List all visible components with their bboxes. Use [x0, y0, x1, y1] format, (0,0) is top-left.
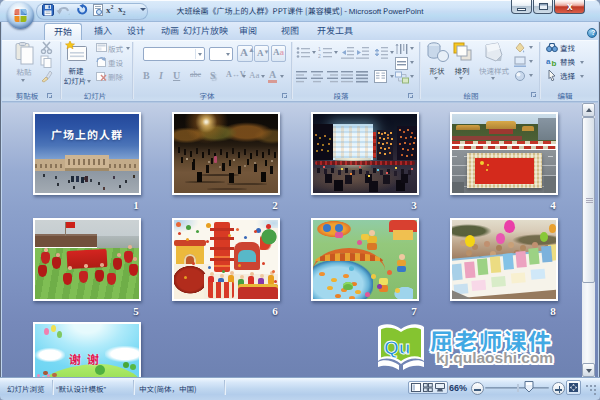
- svg-text:Qu: Qu: [384, 337, 410, 358]
- svg-text:b: b: [552, 59, 557, 67]
- svg-text:1: 1: [318, 46, 321, 52]
- svg-text:2: 2: [318, 53, 321, 59]
- svg-text:a: a: [546, 57, 551, 66]
